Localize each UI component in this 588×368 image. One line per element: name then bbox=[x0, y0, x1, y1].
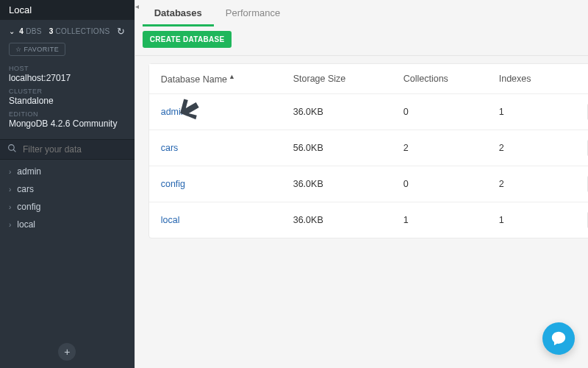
collection-count-label: COLLECTIONS bbox=[56, 27, 110, 35]
tab-performance[interactable]: Performance bbox=[214, 0, 292, 26]
sidebar: Local ⌄ 4 DBS 3 COLLECTIONS ↻ ☆ FAVORITE… bbox=[0, 0, 135, 368]
tree-item-label: config bbox=[17, 202, 40, 212]
tree-item-admin[interactable]: ›admin bbox=[0, 163, 135, 180]
table-row: cars 56.0KB 2 2 bbox=[149, 130, 588, 166]
filter-input[interactable] bbox=[23, 144, 127, 155]
cell-collections: 2 bbox=[404, 143, 499, 153]
table-header: Database Name▲ Storage Size Collections … bbox=[149, 64, 588, 93]
db-link-config[interactable]: config bbox=[161, 179, 185, 189]
cell-indexes: 2 bbox=[499, 179, 587, 189]
header-name[interactable]: Database Name▲ bbox=[161, 73, 293, 85]
cell-collections: 0 bbox=[404, 107, 499, 117]
cell-indexes: 1 bbox=[499, 215, 587, 225]
table-row: config 36.0KB 0 2 bbox=[149, 166, 588, 202]
tab-databases[interactable]: Databases bbox=[143, 0, 214, 26]
chevron-right-icon: › bbox=[9, 185, 11, 194]
filter-row bbox=[0, 139, 135, 160]
tab-bar: Databases Performance bbox=[135, 0, 588, 26]
cell-size: 36.0KB bbox=[293, 107, 404, 117]
add-database-button[interactable]: + bbox=[58, 343, 76, 361]
sidebar-stats: ⌄ 4 DBS 3 COLLECTIONS ↻ bbox=[0, 20, 135, 43]
sort-asc-icon: ▲ bbox=[229, 73, 235, 80]
cell-collections: 0 bbox=[404, 179, 499, 189]
collection-count: 3 bbox=[49, 27, 54, 35]
header-collections[interactable]: Collections bbox=[404, 74, 499, 84]
main-panel: Databases Performance CREATE DATABASE Da… bbox=[135, 0, 588, 368]
refresh-icon[interactable]: ↻ bbox=[117, 26, 125, 37]
header-indexes[interactable]: Indexes bbox=[499, 74, 587, 84]
tree-item-local[interactable]: ›local bbox=[0, 216, 135, 233]
cell-collections: 1 bbox=[404, 215, 499, 225]
cell-indexes: 2 bbox=[499, 143, 587, 153]
cell-indexes: 1 bbox=[499, 107, 587, 117]
chat-icon bbox=[551, 330, 567, 347]
cell-size: 56.0KB bbox=[293, 143, 404, 153]
chevron-right-icon: › bbox=[9, 168, 11, 176]
db-link-local[interactable]: local bbox=[161, 215, 180, 225]
chevron-right-icon: › bbox=[9, 221, 11, 229]
chevron-down-icon[interactable]: ⌄ bbox=[9, 27, 15, 35]
edition-label: EDITION bbox=[9, 110, 126, 118]
create-database-button[interactable]: CREATE DATABASE bbox=[143, 31, 232, 48]
cluster-value: Standalone bbox=[9, 95, 126, 110]
svg-line-1 bbox=[13, 149, 15, 152]
svg-point-0 bbox=[9, 145, 15, 151]
tree-item-cars[interactable]: ›cars bbox=[0, 180, 135, 198]
tree-item-label: admin bbox=[17, 166, 41, 177]
search-icon bbox=[7, 144, 17, 155]
table-row: admin 36.0KB 0 1 bbox=[149, 93, 588, 130]
chevron-right-icon: › bbox=[9, 203, 11, 211]
cluster-label: CLUSTER bbox=[9, 88, 126, 95]
host-label: HOST bbox=[9, 65, 126, 72]
db-count-label: DBS bbox=[26, 27, 41, 35]
db-link-admin[interactable]: admin bbox=[161, 107, 186, 117]
table-row: local 36.0KB 1 1 bbox=[149, 202, 588, 238]
support-chat-button[interactable] bbox=[542, 322, 575, 355]
sidebar-collapse-handle[interactable]: ◂ bbox=[135, 0, 135, 368]
tree-item-config[interactable]: ›config bbox=[0, 198, 135, 216]
db-count: 4 bbox=[19, 27, 24, 35]
database-tree: ›admin ›cars ›config ›local bbox=[0, 160, 135, 236]
caret-left-icon: ◂ bbox=[135, 2, 139, 10]
database-table: Database Name▲ Storage Size Collections … bbox=[148, 63, 588, 238]
tree-item-label: cars bbox=[17, 184, 34, 194]
cell-size: 36.0KB bbox=[293, 179, 404, 189]
db-link-cars[interactable]: cars bbox=[161, 143, 179, 153]
favorite-button[interactable]: ☆ FAVORITE bbox=[9, 43, 65, 56]
connection-title: Local bbox=[0, 0, 135, 20]
header-size[interactable]: Storage Size bbox=[293, 74, 404, 84]
host-value: localhost:27017 bbox=[9, 72, 126, 88]
cell-size: 36.0KB bbox=[293, 215, 404, 225]
edition-value: MongoDB 4.2.6 Community bbox=[9, 118, 126, 133]
tree-item-label: local bbox=[17, 219, 35, 230]
